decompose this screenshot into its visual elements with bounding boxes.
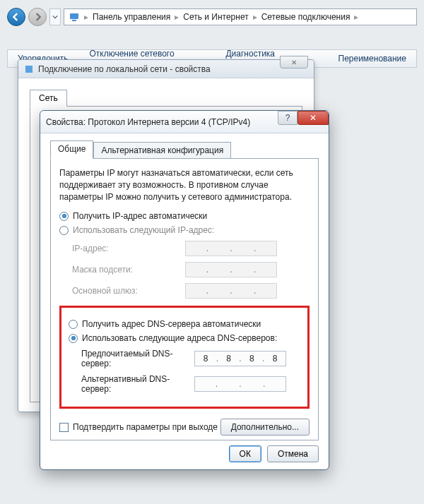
nav-history-dropdown[interactable] — [49, 8, 61, 25]
window-titlebar: Подключение по локальной сети - свойства — [18, 60, 314, 78]
window-title: Свойства: Протокол Интернета версии 4 (T… — [46, 117, 250, 127]
nav-forward-button[interactable] — [28, 8, 47, 26]
nav-back-button[interactable] — [7, 8, 25, 26]
chevron-right-icon: ▸ — [354, 12, 358, 22]
radio-ip-auto[interactable] — [59, 212, 69, 221]
general-panel: Параметры IP могут назначаться автоматич… — [50, 158, 319, 440]
help-button[interactable]: ? — [278, 111, 298, 125]
radio-dns-manual[interactable] — [69, 334, 78, 343]
chevron-right-icon: ▸ — [175, 12, 179, 22]
chevron-right-icon: ▸ — [253, 12, 257, 22]
svg-rect-0 — [70, 13, 78, 19]
toolbar-rename[interactable]: Переименование — [338, 54, 407, 64]
window-titlebar: Свойства: Протокол Интернета версии 4 (T… — [40, 111, 329, 133]
alternate-dns-input[interactable]: . . . — [194, 376, 286, 392]
ipv4-properties-window: Свойства: Протокол Интернета версии 4 (T… — [40, 110, 329, 470]
alternate-dns-label: Альтернативный DNS-сервер: — [81, 374, 194, 394]
advanced-button[interactable]: Дополнительно... — [220, 419, 310, 436]
close-button[interactable]: ✕ — [280, 56, 308, 68]
network-icon — [69, 11, 80, 23]
confirm-on-exit-label: Подтвердить параметры при выходе — [73, 422, 218, 432]
radio-ip-manual[interactable] — [59, 226, 69, 235]
radio-dns-auto[interactable] — [69, 320, 78, 329]
tab-general[interactable]: Общие — [50, 140, 93, 159]
confirm-on-exit-checkbox[interactable] — [59, 423, 69, 432]
chevron-right-icon: ▸ — [84, 12, 88, 22]
gateway-label: Основной шлюз: — [72, 286, 185, 296]
explorer-nav: ▸ Панель управления ▸ Сеть и Интернет ▸ … — [7, 7, 417, 27]
dns-highlight-box: Получить адрес DNS-сервера автоматически… — [59, 306, 310, 409]
breadcrumb[interactable]: ▸ Панель управления ▸ Сеть и Интернет ▸ … — [64, 8, 417, 25]
radio-ip-manual-label: Использовать следующий IP-адрес: — [73, 225, 214, 235]
svg-rect-1 — [72, 20, 76, 21]
tab-strip: Общие Альтернативная конфигурация — [50, 140, 319, 159]
close-button[interactable]: ✕ — [298, 111, 329, 125]
gateway-input: ... — [185, 283, 277, 299]
tab-alternate-config[interactable]: Альтернативная конфигурация — [93, 142, 231, 159]
preferred-dns-input[interactable]: 8. 8. 8. 8 — [194, 351, 286, 366]
subnet-mask-label: Маска подсети: — [72, 265, 185, 275]
ok-button[interactable]: ОК — [229, 445, 261, 462]
breadcrumb-item[interactable]: Панель управления — [93, 12, 170, 22]
description-text: Параметры IP могут назначаться автоматич… — [59, 167, 310, 203]
svg-rect-2 — [25, 66, 33, 73]
cancel-button[interactable]: Отмена — [267, 445, 319, 462]
window-title: Подключение по локальной сети - свойства — [38, 64, 211, 74]
subnet-mask-input: ... — [185, 262, 277, 277]
breadcrumb-item[interactable]: Сетевые подключения — [261, 12, 351, 22]
breadcrumb-item[interactable]: Сеть и Интернет — [183, 12, 248, 22]
radio-dns-manual-label: Использовать следующие адреса DNS-сервер… — [82, 333, 277, 343]
adapter-icon — [24, 64, 34, 74]
preferred-dns-label: Предпочитаемый DNS-сервер: — [81, 349, 194, 368]
ip-address-input: ... — [185, 241, 277, 256]
ip-address-label: IP-адрес: — [72, 244, 185, 253]
tab-network[interactable]: Сеть — [30, 90, 67, 107]
radio-dns-auto-label: Получить адрес DNS-сервера автоматически — [82, 319, 261, 329]
radio-ip-auto-label: Получить IP-адрес автоматически — [73, 211, 207, 221]
